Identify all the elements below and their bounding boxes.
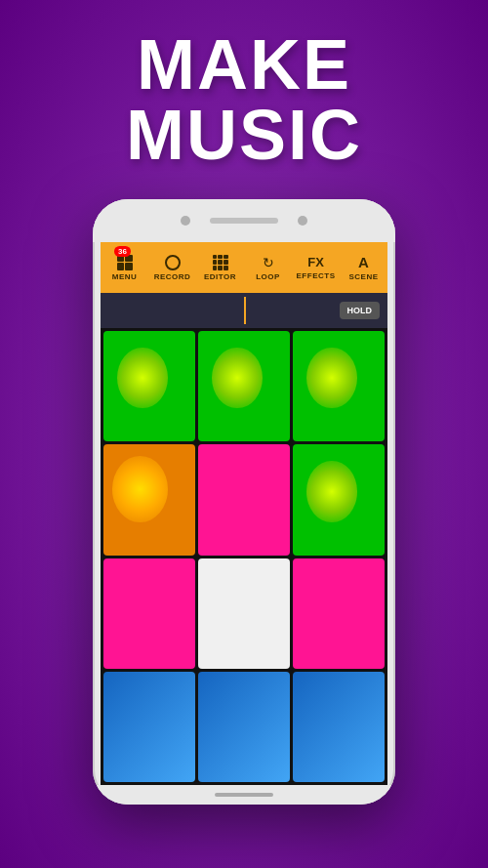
- effects-icon: FX: [307, 255, 324, 269]
- pads-grid: [101, 328, 387, 785]
- pad-10[interactable]: [103, 672, 195, 782]
- pad-4[interactable]: [103, 444, 195, 555]
- scene-label: SCENE: [348, 272, 378, 281]
- editor-icon: [213, 255, 228, 270]
- phone-camera-left: [181, 216, 190, 226]
- pad-3[interactable]: [293, 331, 385, 441]
- loop-label: LOOP: [256, 272, 280, 281]
- record-label: RECORD: [154, 272, 191, 281]
- nav-item-record[interactable]: RECORD: [148, 242, 196, 293]
- pad-9[interactable]: [293, 558, 385, 669]
- pad-7[interactable]: [103, 558, 195, 669]
- menu-badge: 36: [114, 246, 131, 257]
- phone-camera-right: [298, 216, 307, 226]
- headline-line2: MUSIC: [126, 100, 362, 170]
- pad-2[interactable]: [198, 331, 290, 441]
- phone-speaker: [210, 218, 278, 224]
- nav-item-effects[interactable]: FX EFFECTS: [292, 242, 340, 293]
- phone-frame: 36 MENU RECORD: [93, 199, 395, 805]
- pad-11[interactable]: [198, 672, 290, 782]
- pad-12[interactable]: [293, 672, 385, 782]
- headline: MAKE MUSIC: [126, 29, 362, 170]
- home-indicator: [215, 793, 273, 797]
- phone-top-bar: [93, 199, 395, 242]
- pad-5[interactable]: [198, 444, 290, 555]
- nav-bar: 36 MENU RECORD: [101, 242, 387, 293]
- hold-button[interactable]: HOLD: [340, 302, 381, 319]
- effects-label: EFFECTS: [297, 271, 336, 280]
- record-icon: [165, 255, 181, 270]
- waveform-playhead: [244, 297, 246, 324]
- loop-icon: ↻: [263, 255, 274, 270]
- nav-item-scene[interactable]: A SCENE: [340, 242, 387, 293]
- phone-bottom-bar: [93, 785, 395, 805]
- editor-label: EDITOR: [204, 272, 236, 281]
- headline-line1: MAKE: [126, 29, 362, 100]
- waveform-area: HOLD: [101, 293, 387, 328]
- scene-icon: A: [358, 254, 369, 270]
- phone-screen: 36 MENU RECORD: [101, 242, 387, 785]
- nav-item-loop[interactable]: ↻ LOOP: [244, 242, 292, 293]
- pad-6[interactable]: [293, 444, 385, 555]
- phone-mockup: 36 MENU RECORD: [93, 199, 395, 805]
- nav-item-editor[interactable]: EDITOR: [196, 242, 244, 293]
- pad-8[interactable]: [198, 558, 290, 669]
- pad-1[interactable]: [103, 331, 195, 441]
- nav-item-menu[interactable]: 36 MENU: [101, 242, 148, 293]
- menu-label: MENU: [112, 272, 138, 281]
